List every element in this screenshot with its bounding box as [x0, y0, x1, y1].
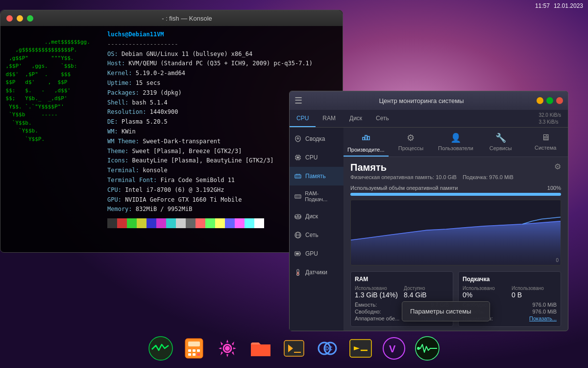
svg-rect-1	[297, 157, 299, 158]
sidebar-item-summary[interactable]: Сводка	[290, 130, 343, 148]
memory-physical-info: Физическая оперативная память: 10.0 GiB …	[350, 174, 554, 180]
taskbar-terminal-icon[interactable]	[347, 335, 374, 362]
users-tab-icon: 👤	[450, 132, 461, 143]
taskbar-activity-icon[interactable]	[147, 335, 174, 362]
cpu-icon	[294, 153, 302, 162]
disk-icon	[294, 212, 302, 221]
taskbar-media-icon[interactable]: DC	[314, 335, 341, 362]
terminal-titlebar: - : fish — Konsole	[0, 10, 343, 26]
terminal-close-button[interactable]	[6, 15, 13, 22]
sysmon-speed-indicator: 32.0 KiB/s 3.3 KiB/s	[532, 110, 568, 127]
ram-avail-label: Доступно	[404, 286, 449, 291]
sysmon-main: Производите... ⚙ Процессы 👤 Пользователи…	[343, 128, 568, 331]
swap-icon	[294, 192, 302, 201]
sensors-icon	[294, 268, 302, 277]
sidebar-item-sensors[interactable]: Датчики	[290, 263, 343, 282]
nav-tab-services-label: Сервисы	[490, 145, 512, 151]
taskbar-settings-icon[interactable]	[214, 335, 241, 362]
sidebar-summary-label: Сводка	[305, 135, 325, 142]
svg-point-25	[297, 215, 299, 217]
terminal-title: - : fish — Konsole	[37, 15, 337, 22]
sysmon-window-buttons	[537, 97, 563, 104]
sysmon-titlebar: ☰ Центр мониторинга системы	[290, 91, 568, 110]
ram-free-label: Свободно:	[355, 309, 381, 315]
usage-percent: 100%	[547, 185, 561, 191]
sidebar-item-network[interactable]: Сеть	[290, 226, 343, 244]
sidebar-item-swap[interactable]: RAM-Подкач...	[290, 185, 343, 207]
svg-rect-49	[284, 341, 304, 356]
svg-rect-45	[197, 353, 200, 356]
sidebar-disk-label: Диск	[305, 213, 318, 220]
sysmon-body: Сводка C	[290, 128, 568, 331]
svg-rect-42	[197, 349, 200, 352]
sysmon-window: ☰ Центр мониторинга системы CPU RAM Диск…	[289, 91, 568, 331]
memory-chart-svg	[351, 200, 561, 265]
memory-title: Память	[350, 162, 554, 173]
sidebar-item-gpu[interactable]: GPU	[290, 244, 343, 263]
sidebar-item-cpu[interactable]: CPU	[290, 148, 343, 167]
clock-date: 12.01.2023	[554, 2, 583, 9]
ram-stats-title: RAM	[355, 276, 449, 283]
top-tab-cpu[interactable]: CPU	[290, 110, 316, 127]
gpu-icon	[294, 249, 302, 258]
ram-used-value: 1.3 GiB (14%)	[355, 291, 400, 299]
swap-used-label: Использовано	[463, 286, 508, 291]
sysmon-minimize-button[interactable]	[537, 97, 543, 104]
sysmon-nav-tabs: Производите... ⚙ Процессы 👤 Пользователи…	[343, 128, 568, 157]
terminal-maximize-button[interactable]	[27, 15, 33, 22]
sysmon-maximize-button[interactable]	[546, 97, 553, 104]
nav-tab-processes[interactable]: ⚙ Процессы	[389, 128, 434, 157]
sidebar-swap-label: RAM-Подкач...	[305, 190, 340, 202]
sidebar-cpu-label: CPU	[305, 154, 318, 161]
memory-progress-fill	[350, 193, 561, 196]
top-tab-disk[interactable]: Диск	[343, 110, 369, 127]
sidebar-memory-label: Память	[305, 173, 326, 180]
summary-icon	[294, 134, 302, 143]
sidebar-sensors-label: Датчики	[305, 269, 327, 276]
sysmon-close-button[interactable]	[556, 97, 563, 104]
sidebar-item-disk[interactable]: Диск	[290, 207, 343, 226]
svg-rect-44	[193, 353, 196, 356]
swap-free-value: 976.0 MiB	[532, 302, 557, 308]
svg-rect-39	[188, 342, 200, 346]
svg-rect-41	[193, 349, 196, 352]
top-tab-ram[interactable]: RAM	[316, 110, 343, 127]
svg-point-47	[225, 346, 230, 351]
taskbar-launcher-icon[interactable]	[280, 335, 308, 362]
nav-tab-services[interactable]: 🔧 Сервисы	[478, 128, 523, 157]
taskbar-sysmon-icon[interactable]	[414, 335, 441, 362]
memory-usage-row: Используемый объём оперативной памяти 10…	[343, 183, 568, 193]
sysmon-sidebar: Сводка C	[290, 128, 343, 331]
svg-rect-48	[251, 344, 270, 356]
memory-header: Память Физическая оперативная память: 10…	[343, 157, 568, 183]
sidebar-item-memory[interactable]: Память	[290, 167, 343, 185]
terminal-minimize-button[interactable]	[17, 15, 23, 22]
nav-tab-performance[interactable]: Производите...	[343, 128, 389, 157]
system-tab-icon: 🖥	[541, 132, 550, 143]
top-bar: 11:57 12.01.2023	[530, 0, 588, 12]
network-icon	[294, 231, 302, 239]
context-menu-item-system-settings[interactable]: Параметры системы	[402, 304, 490, 319]
sidebar-network-label: Сеть	[305, 232, 318, 238]
memory-settings-icon[interactable]: ⚙	[554, 162, 561, 171]
nav-tab-users[interactable]: 👤 Пользователи	[433, 128, 478, 157]
chart-zero-label: 0	[556, 258, 559, 263]
context-menu: Параметры системы	[402, 301, 490, 321]
swap-stats-title: Подкачка	[463, 276, 557, 283]
nav-tab-system-label: Система	[535, 145, 556, 151]
swap-used-value: 0%	[463, 291, 508, 299]
taskbar-vault-icon[interactable]: V	[380, 335, 408, 362]
memory-icon	[294, 172, 302, 181]
ram-capacity-label: Ёмкость:	[355, 302, 377, 308]
usage-label: Используемый объём оперативной памяти	[350, 185, 542, 191]
sysmon-menu-icon[interactable]: ☰	[294, 95, 302, 106]
taskbar-files-icon[interactable]	[247, 335, 274, 362]
svg-rect-32	[296, 253, 299, 255]
top-tab-network[interactable]: Сеть	[369, 110, 396, 127]
memory-chart: 0	[350, 200, 561, 265]
memory-progress-bar	[350, 193, 561, 196]
svg-point-61	[417, 347, 420, 350]
nav-tab-system[interactable]: 🖥 Система	[523, 128, 568, 157]
swap-show-link[interactable]: Показать...	[529, 315, 557, 321]
taskbar-calculator-icon[interactable]	[180, 335, 208, 362]
